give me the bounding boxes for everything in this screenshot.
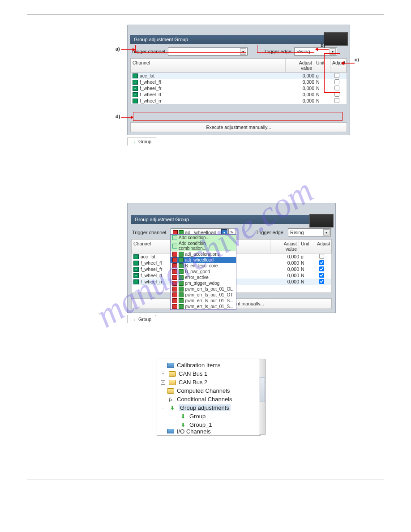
channel-icon xyxy=(179,263,184,268)
unit: N xyxy=(299,273,313,278)
adjust-checkbox[interactable] xyxy=(319,260,324,265)
dropdown-label: adj_accelerations xyxy=(185,252,220,257)
redbox-execute xyxy=(133,112,342,121)
dropdown-item[interactable]: B_pwr_good xyxy=(171,269,236,275)
adjust-value: 0,000 xyxy=(286,92,314,97)
channel-row[interactable]: ~acc_lat0,000g xyxy=(131,73,347,79)
tab-group[interactable]: ↓ Group xyxy=(127,137,156,146)
dd-label: Add condition... xyxy=(179,235,210,240)
unit: g xyxy=(299,254,313,259)
dropdown-item[interactable]: error_active xyxy=(171,275,236,280)
condition-icon xyxy=(172,275,177,280)
execute-adjustment-button[interactable]: Execute adjustment manually... xyxy=(130,122,347,132)
adjust-checkbox[interactable] xyxy=(319,266,324,271)
arrow-right-icon xyxy=(121,48,135,51)
arrow-left-icon xyxy=(315,47,329,51)
trigger-channel-dropdown[interactable]: Add condition... Add condition combinati… xyxy=(170,234,236,310)
dropdown-item[interactable]: pwm_err_ls_out_01_S... xyxy=(171,304,236,309)
channel-icon xyxy=(179,298,184,303)
panel-title: Group adjustment Group xyxy=(131,215,332,224)
tab-label: Group xyxy=(138,139,151,144)
channel-icon: ~ xyxy=(133,80,138,85)
trigger-edge-combo[interactable]: Rising ▾ xyxy=(288,228,331,236)
channel-name: f_wheel_fr xyxy=(140,86,286,91)
adjust-checkbox[interactable] xyxy=(334,98,339,103)
tab-group[interactable]: ↓ Group xyxy=(127,315,156,323)
expander-icon[interactable]: + xyxy=(161,380,165,385)
col-unit[interactable]: Unit xyxy=(299,240,315,253)
group-adjustment-panel: Group adjustment Group Trigger channel a… xyxy=(127,203,336,313)
tree-label: Computed Channels xyxy=(177,387,230,394)
adjust-value: 0,000 xyxy=(286,79,314,85)
expander-icon[interactable]: + xyxy=(161,372,165,376)
redbox-trigger-channel xyxy=(135,45,246,53)
dropdown-label: adj_wheelload xyxy=(185,257,214,262)
dropdown-item[interactable]: pwm_err_ls_out_01_OT xyxy=(171,292,236,298)
dropdown-item[interactable]: B_err_lecu_core xyxy=(171,263,236,269)
add-icon xyxy=(172,244,177,249)
channel-name: acc_lat xyxy=(140,73,286,78)
condition-icon xyxy=(172,252,177,257)
channel-icon: ~ xyxy=(133,273,139,278)
dropdown-item[interactable]: pm_trigger_wdog xyxy=(171,280,236,286)
channel-icon: ~ xyxy=(133,279,139,284)
tree-item[interactable]: +CAN Bus 1 xyxy=(160,369,257,378)
redbox-trigger-edge xyxy=(257,45,314,53)
adjust-checkbox[interactable] xyxy=(319,279,324,283)
unit: N xyxy=(314,98,329,103)
col-channel[interactable]: Channel xyxy=(131,59,286,72)
trigger-channel-label: Trigger channel xyxy=(132,230,166,235)
redbox-adjust-col xyxy=(324,53,340,93)
adjust-value: 0,000 xyxy=(270,273,299,278)
chevron-down-icon[interactable]: ▾ xyxy=(323,229,330,236)
col-adjust-value[interactable]: Adjust value xyxy=(286,59,314,72)
project-tree[interactable]: Calibration Items+CAN Bus 1+CAN Bus 2Com… xyxy=(157,359,261,436)
adjust-checkbox[interactable] xyxy=(319,253,324,258)
dd-add-condition[interactable]: Add condition... xyxy=(171,235,236,240)
condition-icon xyxy=(172,281,177,286)
channel-icon xyxy=(179,287,184,292)
condition-icon xyxy=(172,257,177,262)
scroll-thumb[interactable] xyxy=(260,377,265,402)
dropdown-item[interactable]: adj_wheelload xyxy=(171,257,236,263)
tree-item[interactable]: I/O Channels xyxy=(160,429,257,433)
condition-icon xyxy=(172,304,177,309)
tree-item[interactable]: ⬇Group_1 xyxy=(160,420,257,429)
dropdown-label: error_active xyxy=(185,275,209,280)
channel-row[interactable]: ~f_wheel_rr0,000N xyxy=(131,98,347,104)
adjust-value: 0,000 xyxy=(270,279,299,284)
condition-icon xyxy=(172,269,177,274)
dropdown-item[interactable]: pwm_err_ls_out_01_S... xyxy=(171,298,236,304)
dropdown-label: pwm_err_ls_out_01_S... xyxy=(185,304,233,309)
channel-row[interactable]: ~f_wheel_fl0,000N xyxy=(131,79,347,85)
condition-icon xyxy=(172,263,177,268)
trigger-edge-label: Trigger edge xyxy=(256,230,283,235)
dropdown-label: pwm_err_ls_out_01_OT xyxy=(185,292,233,297)
annotation-a: a) xyxy=(116,46,120,51)
tree-item[interactable]: ⬇Group xyxy=(160,412,257,420)
adjust-checkbox[interactable] xyxy=(319,272,324,277)
channel-row[interactable]: ~f_wheel_rl0,000N xyxy=(131,91,347,98)
scrollbar[interactable] xyxy=(259,359,266,435)
tree-item[interactable]: Calibration Items xyxy=(160,361,257,369)
down-arrow-icon: ⬇ xyxy=(169,405,176,411)
channel-icon xyxy=(179,281,184,286)
svg-marker-5 xyxy=(341,61,344,65)
channel-table-header: Channel Adjust value Unit Adjust xyxy=(130,58,347,73)
dropdown-item[interactable]: adj_accelerations xyxy=(171,251,236,257)
dd-add-condition-combination[interactable]: Add condition combination... xyxy=(171,240,236,251)
tree-item[interactable]: Computed Channels xyxy=(160,386,257,395)
annotation-d: d) xyxy=(116,114,120,119)
tree-item[interactable]: +CAN Bus 2 xyxy=(160,378,257,386)
fx-icon: fx xyxy=(167,396,174,403)
channel-row[interactable]: ~f_wheel_fr0,000N xyxy=(131,85,347,91)
col-adjust[interactable]: Adjust xyxy=(315,240,331,253)
col-adjust-value[interactable]: Adjust value xyxy=(270,240,299,253)
expander-icon[interactable]: - xyxy=(161,406,165,410)
dropdown-item[interactable]: pwm_err_ls_out_01_OL xyxy=(171,286,236,292)
channel-icon xyxy=(179,275,184,280)
device-image xyxy=(309,214,334,227)
tree-item[interactable]: fxConditional Channels xyxy=(160,395,257,403)
tree-item[interactable]: -⬇Group adjustments xyxy=(160,403,257,412)
down-arrow-icon: ↓ xyxy=(132,317,137,322)
